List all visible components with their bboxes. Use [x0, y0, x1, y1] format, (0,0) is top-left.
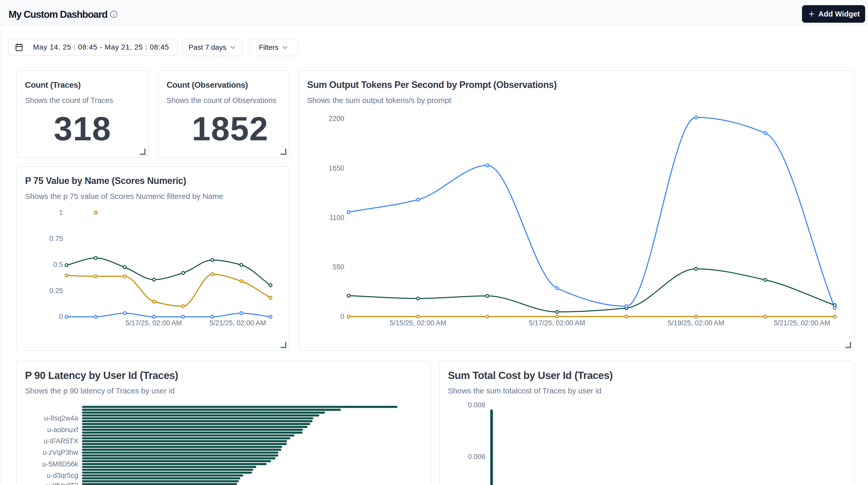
- svg-text:5/15/25, 02:00 AM: 5/15/25, 02:00 AM: [390, 319, 446, 327]
- svg-text:5/19/25, 02:00 AM: 5/19/25, 02:00 AM: [668, 319, 724, 327]
- svg-text:0.008: 0.008: [468, 401, 485, 409]
- svg-text:0.25: 0.25: [49, 287, 63, 295]
- svg-text:0.006: 0.006: [468, 453, 485, 460]
- svg-text:u-aobnuxf: u-aobnuxf: [47, 426, 79, 434]
- svg-text:u-d3qr5cg: u-d3qr5cg: [47, 472, 78, 479]
- svg-text:u-8fVa9T3: u-8fVa9T3: [46, 482, 78, 485]
- svg-text:0.5: 0.5: [53, 261, 63, 269]
- svg-text:1650: 1650: [329, 164, 344, 172]
- svg-text:550: 550: [333, 263, 344, 271]
- svg-text:5/21/25, 02:00 AM: 5/21/25, 02:00 AM: [209, 319, 266, 327]
- svg-text:u-5M8D56k: u-5M8D56k: [42, 460, 78, 468]
- svg-text:u-8sq2w4a: u-8sq2w4a: [44, 414, 79, 422]
- svg-text:2200: 2200: [329, 115, 344, 123]
- svg-text:u-tFAR5TX: u-tFAR5TX: [43, 437, 78, 445]
- svg-text:u-zVqP3hw: u-zVqP3hw: [42, 449, 79, 456]
- svg-text:5/17/25, 02:00 AM: 5/17/25, 02:00 AM: [125, 319, 182, 327]
- svg-text:0: 0: [59, 313, 63, 321]
- svg-text:5/17/25, 02:00 AM: 5/17/25, 02:00 AM: [529, 319, 585, 327]
- svg-text:0.75: 0.75: [49, 235, 63, 243]
- svg-text:5/21/25, 02:00 AM: 5/21/25, 02:00 AM: [774, 319, 830, 327]
- svg-text:1100: 1100: [329, 214, 344, 222]
- svg-text:1: 1: [59, 209, 63, 216]
- svg-text:0: 0: [340, 313, 344, 321]
